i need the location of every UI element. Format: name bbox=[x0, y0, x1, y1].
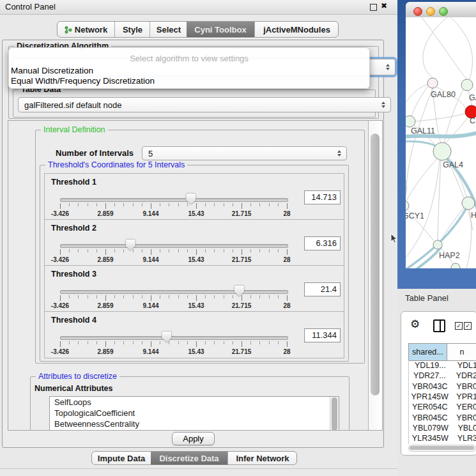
combo-arrows-icon bbox=[381, 102, 385, 108]
checkbox-icon[interactable]: ✓ bbox=[464, 322, 472, 330]
threshold-value-field[interactable]: 6.316 bbox=[304, 236, 341, 250]
network-node[interactable] bbox=[451, 263, 460, 268]
float-panel-icon[interactable] bbox=[370, 4, 377, 11]
network-edge[interactable] bbox=[406, 88, 433, 192]
cell-name[interactable]: YER0 bbox=[450, 403, 476, 411]
table-row[interactable]: YDL19...YDL1 bbox=[409, 360, 476, 371]
network-edge[interactable] bbox=[406, 84, 428, 102]
table-row[interactable]: YIL052CYIL0 bbox=[409, 443, 476, 444]
cell-shared-name[interactable]: YDL19... bbox=[409, 361, 452, 370]
threshold-panel: Threshold 3 21.4 -3.4262.8599.14415.4321… bbox=[44, 265, 344, 312]
network-edge[interactable] bbox=[450, 17, 473, 79]
checkbox-icon[interactable]: ✓ bbox=[455, 322, 463, 330]
table-horizontal-scrollbar[interactable] bbox=[408, 445, 476, 452]
table-row[interactable]: YBR043CYBR0 bbox=[409, 381, 476, 392]
gear-icon[interactable]: ⚙ bbox=[410, 318, 420, 330]
network-node[interactable] bbox=[433, 240, 442, 249]
table-row[interactable]: YBL079WYBL0 bbox=[409, 423, 476, 433]
tab-network[interactable]: Network bbox=[58, 22, 114, 37]
column-header-shared-[interactable]: shared... bbox=[409, 344, 447, 360]
network-node[interactable] bbox=[427, 78, 438, 88]
number-of-intervals-select[interactable]: 5 bbox=[142, 146, 347, 160]
network-view-canvas[interactable]: GAL80GACGAL11GAL4GCY1HHAP2 bbox=[406, 17, 476, 268]
cell-name[interactable]: YBR0 bbox=[450, 413, 476, 422]
threshold-slider-track[interactable] bbox=[60, 198, 288, 202]
table-row[interactable]: YPR145WYPR1 bbox=[409, 392, 476, 402]
attribute-item-betweennesscentrality[interactable]: BetweennessCentrality bbox=[50, 418, 339, 429]
tab-impute-data[interactable]: Impute Data bbox=[92, 452, 151, 464]
table-row[interactable]: YER054CYER0 bbox=[409, 402, 476, 412]
cell-name[interactable]: YLR3 bbox=[452, 434, 476, 443]
network-window-titlebar[interactable] bbox=[406, 2, 476, 18]
network-node[interactable] bbox=[462, 197, 475, 210]
cell-shared-name[interactable]: YDR27... bbox=[409, 371, 450, 380]
settings-scrollbar-thumb[interactable] bbox=[371, 134, 380, 395]
cell-shared-name[interactable]: YBR043C bbox=[409, 382, 450, 391]
threshold-slider-thumb[interactable] bbox=[162, 332, 171, 342]
minimize-window-button[interactable] bbox=[426, 7, 435, 16]
network-edge[interactable] bbox=[422, 17, 467, 79]
column-header-n[interactable]: n bbox=[447, 344, 476, 360]
table-row[interactable]: YLR345WYLR3 bbox=[409, 433, 476, 443]
network-node[interactable] bbox=[406, 201, 409, 211]
cell-name[interactable]: YDL1 bbox=[452, 361, 476, 370]
slider-tick-label: -3.426 bbox=[46, 210, 74, 217]
network-edge[interactable] bbox=[406, 158, 437, 201]
network-edge[interactable] bbox=[411, 86, 428, 116]
cell-shared-name[interactable]: YLR345W bbox=[409, 434, 452, 443]
settings-scrollbar[interactable] bbox=[368, 121, 382, 430]
list-scrollbar-thumb[interactable] bbox=[332, 397, 337, 431]
threshold-slider-thumb[interactable] bbox=[234, 286, 244, 296]
slider-tick bbox=[278, 249, 279, 252]
table-data-select[interactable]: galFiltered.sif default node bbox=[18, 97, 391, 112]
cell-name[interactable]: YBR0 bbox=[450, 382, 476, 391]
tab-label: Select bbox=[157, 25, 181, 35]
popup-option-equal-width-frequency-discretization[interactable]: Equal Width/Frequency Discretization bbox=[11, 76, 364, 86]
cell-shared-name[interactable]: YBL079W bbox=[409, 424, 452, 433]
columns-icon[interactable] bbox=[433, 319, 445, 332]
network-node[interactable] bbox=[406, 116, 415, 127]
table-scrollbar-thumb[interactable] bbox=[410, 446, 474, 450]
slider-tick bbox=[278, 295, 279, 298]
threshold-value-field[interactable]: 11.344 bbox=[304, 328, 341, 342]
slider-tick-label: 2.859 bbox=[91, 256, 119, 263]
tab-discretize-data[interactable]: Discretize Data bbox=[151, 452, 227, 464]
network-node[interactable] bbox=[433, 142, 451, 160]
table-row[interactable]: YDR27...YDR2 bbox=[409, 371, 476, 381]
popup-option-manual-discretization[interactable]: Manual Discretization bbox=[11, 66, 364, 75]
tab-infer-network[interactable]: Infer Network bbox=[227, 452, 297, 464]
attribute-item-selfloops[interactable]: SelfLoops bbox=[50, 397, 339, 408]
slider-tick bbox=[78, 341, 79, 344]
threshold-label: Threshold 4 bbox=[51, 316, 96, 325]
threshold-slider-track[interactable] bbox=[60, 336, 288, 340]
tab-cyni-toolbox[interactable]: Cyni Toolbox bbox=[187, 22, 254, 37]
list-scrollbar[interactable] bbox=[330, 397, 339, 431]
slider-tick-label: 9.144 bbox=[137, 256, 165, 263]
attribute-item-topologicalcoefficient[interactable]: TopologicalCoefficient bbox=[50, 408, 339, 418]
slider-tick bbox=[205, 341, 206, 344]
threshold-slider-track[interactable] bbox=[60, 244, 288, 248]
threshold-value-field[interactable]: 14.713 bbox=[304, 190, 341, 204]
threshold-slider-thumb[interactable] bbox=[126, 240, 135, 250]
apply-button[interactable]: Apply bbox=[172, 432, 215, 445]
network-edge[interactable] bbox=[441, 208, 464, 241]
cell-name[interactable]: YDR2 bbox=[450, 371, 476, 380]
network-edge[interactable] bbox=[445, 117, 468, 144]
cell-name[interactable]: YBL0 bbox=[452, 424, 476, 433]
network-node[interactable] bbox=[461, 79, 473, 91]
cell-shared-name[interactable]: YBR045C bbox=[409, 413, 450, 422]
tab-jactivemnodules[interactable]: jActiveMNodules bbox=[254, 22, 339, 37]
close-window-button[interactable] bbox=[413, 7, 422, 16]
tab-select[interactable]: Select bbox=[150, 22, 187, 37]
numerical-attributes-list[interactable]: SelfLoopsTopologicalCoefficientBetweenne… bbox=[49, 396, 339, 431]
zoom-window-button[interactable] bbox=[439, 7, 448, 16]
node-label-gal11: GAL11 bbox=[411, 127, 435, 135]
tab-style[interactable]: Style bbox=[114, 22, 150, 37]
cell-name[interactable]: YPR1 bbox=[450, 392, 476, 401]
cell-shared-name[interactable]: YPR145W bbox=[409, 392, 450, 401]
table-row[interactable]: YBR045CYBR0 bbox=[409, 412, 476, 422]
threshold-slider-track[interactable] bbox=[60, 290, 288, 294]
close-panel-icon[interactable]: ✖ bbox=[381, 1, 387, 10]
cell-shared-name[interactable]: YER054C bbox=[409, 403, 450, 411]
threshold-value-field[interactable]: 21.4 bbox=[304, 282, 341, 296]
